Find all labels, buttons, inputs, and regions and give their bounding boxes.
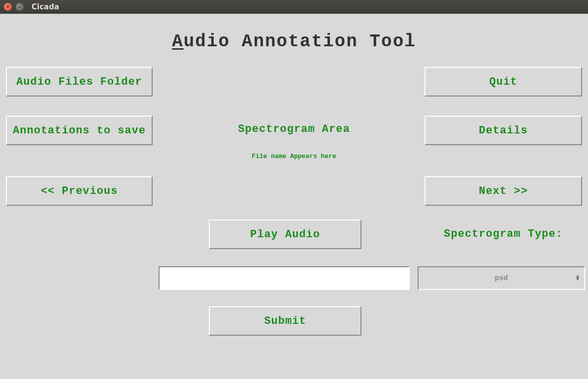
chevron-updown-icon: ▲▼: [576, 275, 579, 281]
spectrogram-type-select[interactable]: psd ▲▼: [418, 266, 585, 290]
quit-button[interactable]: Quit: [425, 67, 582, 96]
spectrogram-type-selected: psd: [494, 274, 508, 283]
play-audio-button[interactable]: Play Audio: [209, 220, 361, 249]
annotation-input[interactable]: [159, 266, 410, 290]
spectrogram-type-label: Spectrogram Type:: [425, 228, 582, 240]
audio-files-folder-button[interactable]: Audio Files Folder: [6, 67, 153, 96]
next-button[interactable]: Next >>: [425, 176, 582, 206]
minimize-icon[interactable]: –: [16, 3, 24, 11]
submit-button[interactable]: Submit: [209, 306, 361, 336]
window-titlebar: × – Cicada: [0, 0, 588, 14]
details-button[interactable]: Details: [425, 116, 582, 145]
annotations-to-save-button[interactable]: Annotations to save: [6, 116, 153, 145]
app-title: Audio Annotation Tool: [172, 32, 416, 52]
close-icon[interactable]: ×: [4, 3, 12, 11]
file-name-label: File name Appears here: [252, 153, 336, 160]
spectrogram-area-label: Spectrogram Area: [238, 123, 350, 135]
window-controls: × –: [4, 3, 24, 11]
previous-button[interactable]: << Previous: [6, 176, 153, 206]
app-title-rest: udio Annotation Tool: [184, 32, 416, 52]
app-body: Audio Annotation Tool Audio Files Folder…: [0, 14, 588, 379]
app-title-underline-char: A: [172, 32, 184, 52]
window-title: Cicada: [32, 2, 59, 11]
